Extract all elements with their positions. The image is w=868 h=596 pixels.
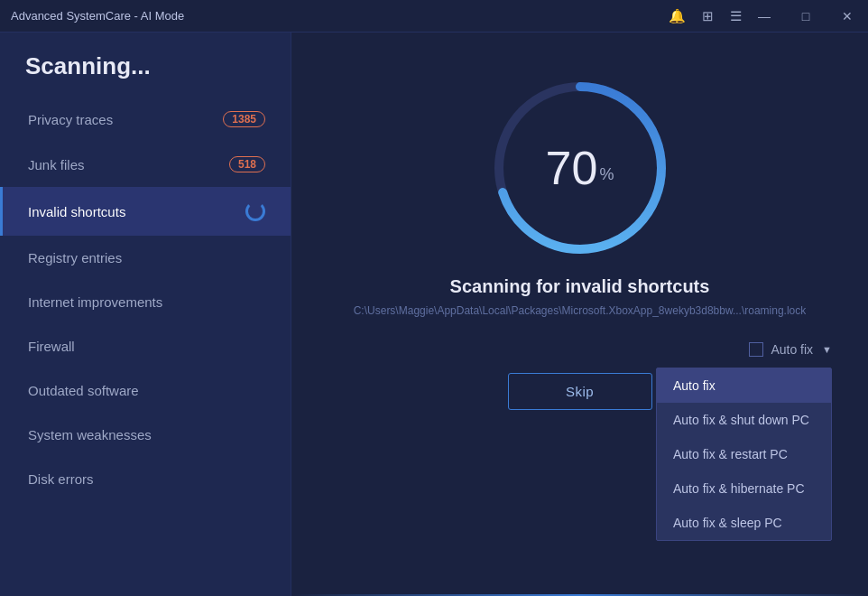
sidebar-item-label: Junk files [28, 157, 229, 172]
junk-files-badge: 518 [229, 156, 265, 172]
main-layout: Scanning... Privacy traces 1385 Junk fil… [0, 33, 868, 596]
dropdown-item-auto-fix-hibernate[interactable]: Auto fix & hibernate PC [657, 471, 831, 506]
notification-icon[interactable]: 🔔 [669, 8, 686, 24]
sidebar-item-privacy-traces[interactable]: Privacy traces 1385 [0, 97, 291, 142]
settings-icon[interactable]: ⊞ [702, 8, 714, 24]
sidebar-item-registry-entries[interactable]: Registry entries [0, 236, 291, 280]
main-content: 70% Scanning for invalid shortcuts C:\Us… [291, 33, 868, 596]
dropdown-item-auto-fix-sleep[interactable]: Auto fix & sleep PC [657, 506, 831, 540]
sidebar-item-junk-files[interactable]: Junk files 518 [0, 142, 291, 187]
sidebar-item-label: Firewall [28, 339, 265, 354]
privacy-traces-badge: 1385 [223, 111, 265, 127]
autofix-area: Auto fix ▼ Auto fix Auto fix & shut down… [328, 342, 832, 357]
autofix-dropdown-arrow-icon[interactable]: ▼ [822, 344, 832, 355]
sidebar-item-label: Registry entries [28, 250, 265, 265]
progress-value: 70 [546, 141, 598, 195]
sidebar-item-label: Privacy traces [28, 112, 223, 127]
progress-container: 70% [490, 78, 670, 258]
scan-path: C:\Users\Maggie\AppData\Local\Packages\M… [354, 304, 807, 317]
sidebar-item-outdated-software[interactable]: Outdated software [0, 368, 291, 413]
sidebar-item-label: Internet improvements [28, 294, 265, 310]
autofix-row: Auto fix ▼ [749, 342, 832, 357]
titlebar-action-icons: 🔔 ⊞ ☰ [669, 8, 742, 24]
autofix-checkbox[interactable] [749, 342, 763, 357]
sidebar-item-label: Outdated software [28, 383, 265, 398]
window-controls: — □ ✕ [743, 0, 868, 33]
skip-button[interactable]: Skip [508, 373, 652, 410]
menu-icon[interactable]: ☰ [730, 8, 742, 24]
autofix-dropdown-menu: Auto fix Auto fix & shut down PC Auto fi… [656, 368, 832, 541]
sidebar-title: Scanning... [0, 33, 291, 97]
app-title: Advanced SystemCare - AI Mode [11, 9, 184, 23]
scan-title: Scanning for invalid shortcuts [450, 276, 710, 297]
sidebar-item-internet-improvements[interactable]: Internet improvements [0, 280, 291, 324]
dropdown-item-auto-fix-shutdown[interactable]: Auto fix & shut down PC [657, 403, 831, 437]
progress-pct: % [599, 165, 614, 184]
progress-text: 70% [546, 141, 614, 195]
sidebar-item-label: System weaknesses [28, 427, 265, 442]
dropdown-item-auto-fix[interactable]: Auto fix [657, 368, 831, 403]
sidebar-item-invalid-shortcuts[interactable]: Invalid shortcuts [0, 187, 291, 236]
dropdown-item-auto-fix-restart[interactable]: Auto fix & restart PC [657, 437, 831, 471]
close-button[interactable]: ✕ [826, 0, 868, 33]
loading-spinner [245, 201, 265, 221]
sidebar: Scanning... Privacy traces 1385 Junk fil… [0, 33, 291, 596]
sidebar-item-label: Invalid shortcuts [28, 204, 245, 219]
sidebar-item-label: Disk errors [28, 471, 265, 487]
maximize-button[interactable]: □ [785, 0, 826, 33]
sidebar-item-system-weaknesses[interactable]: System weaknesses [0, 413, 291, 457]
minimize-button[interactable]: — [743, 0, 785, 33]
sidebar-item-firewall[interactable]: Firewall [0, 324, 291, 368]
titlebar: Advanced SystemCare - AI Mode 🔔 ⊞ ☰ — □ … [0, 0, 868, 33]
autofix-label: Auto fix [771, 342, 813, 357]
sidebar-item-disk-errors[interactable]: Disk errors [0, 457, 291, 501]
